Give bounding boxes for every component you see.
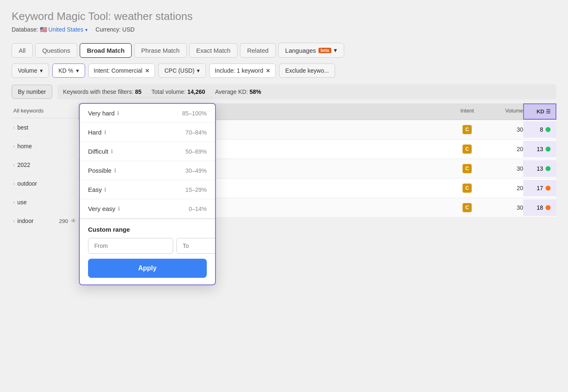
filter-row: Volume ▾ KD % ▾ Intent: Commercial ✕ CPC…	[12, 64, 556, 78]
chevron-down-icon: ▾	[334, 47, 337, 54]
kd-option-difficult[interactable]: Difficult ℹ 50–69%	[80, 142, 215, 161]
list-item[interactable]: › outdoor	[12, 174, 78, 193]
tab-languages[interactable]: Languages beta ▾	[278, 43, 344, 58]
intent-cell: C	[448, 125, 486, 134]
languages-label: Languages	[285, 47, 316, 54]
volume-column-header: Volume	[486, 108, 523, 115]
tab-exact-match[interactable]: Exact Match	[189, 43, 238, 58]
chevron-right-icon: ›	[13, 181, 15, 186]
list-item[interactable]: › indoor 290 👁	[12, 212, 78, 230]
custom-range-title: Custom range	[88, 226, 207, 233]
tab-phrase-match[interactable]: Phrase Match	[134, 43, 187, 58]
exclude-filter[interactable]: Exclude keywo...	[279, 64, 335, 78]
kd-cell: 8	[523, 121, 556, 138]
chevron-down-icon: ▾	[76, 67, 79, 74]
kd-indicator	[546, 147, 551, 152]
kd-indicator	[546, 166, 551, 171]
kd-option-hard[interactable]: Hard ℹ 70–84%	[80, 123, 215, 142]
page-title: Keyword Magic Tool: weather stations	[12, 10, 556, 23]
chevron-right-icon: ›	[13, 200, 15, 205]
remove-intent-filter[interactable]: ✕	[145, 68, 149, 74]
custom-inputs	[88, 238, 207, 254]
by-number-button[interactable]: By number	[12, 85, 52, 99]
info-icon[interactable]: ℹ	[111, 148, 113, 154]
chevron-down-icon: ▾	[40, 67, 43, 74]
info-icon[interactable]: ℹ	[104, 129, 106, 135]
kd-indicator	[546, 205, 551, 210]
intent-cell: C	[448, 184, 486, 193]
kd-filter[interactable]: KD % ▾	[52, 64, 85, 78]
from-input[interactable]	[88, 238, 173, 254]
cpc-filter[interactable]: CPC (USD) ▾	[158, 64, 206, 78]
sort-icon: ☰	[546, 109, 551, 115]
to-input[interactable]	[176, 238, 216, 254]
intent-cell: C	[448, 203, 486, 212]
remove-include-filter[interactable]: ✕	[266, 68, 270, 74]
info-icon[interactable]: ℹ	[104, 186, 106, 193]
volume-cell: 30	[486, 204, 523, 211]
list-item[interactable]: › home	[12, 137, 78, 156]
chevron-right-icon: ›	[13, 125, 15, 130]
chevron-right-icon: ›	[13, 162, 15, 167]
kd-cell: 13	[523, 160, 556, 177]
kd-option-very-easy[interactable]: Very easy ℹ 0–14%	[80, 199, 215, 218]
volume-cell: 20	[486, 185, 523, 191]
volume-cell: 20	[486, 146, 523, 152]
intent-cell: C	[448, 164, 486, 173]
intent-cell: C	[448, 145, 486, 154]
kd-cell: 17	[523, 180, 556, 196]
tab-related[interactable]: Related	[240, 43, 276, 58]
chevron-right-icon: ›	[13, 144, 15, 149]
kd-cell: 18	[523, 199, 556, 216]
database-link[interactable]: United States	[49, 26, 83, 33]
eye-icon[interactable]: 👁	[71, 218, 76, 224]
beta-badge: beta	[318, 48, 331, 53]
intent-column-header: Intent	[448, 108, 486, 115]
kd-option-easy[interactable]: Easy ℹ 15–29%	[80, 180, 215, 199]
kd-indicator	[546, 127, 551, 132]
list-item[interactable]: › use	[12, 193, 78, 212]
volume-cell: 30	[486, 126, 523, 133]
volume-cell: 30	[486, 165, 523, 172]
kd-dropdown: Very hard ℹ 85–100% Hard ℹ 70–84% Diffic…	[79, 103, 216, 285]
list-item[interactable]: › best	[12, 118, 78, 137]
chevron-down-icon: ▾	[197, 67, 200, 74]
info-icon[interactable]: ℹ	[117, 110, 119, 116]
all-keywords-header: All keywords	[12, 103, 78, 118]
tabs-row: All Questions Broad Match Phrase Match E…	[12, 43, 556, 58]
include-filter-tag[interactable]: Include: 1 keyword ✕	[209, 64, 276, 78]
list-item[interactable]: › 2022	[12, 156, 78, 174]
info-icon[interactable]: ℹ	[118, 206, 120, 212]
subtitle: Database: 🇺🇸 United States ▾ Currency: U…	[12, 26, 556, 33]
chevron-right-icon: ›	[13, 218, 15, 223]
tab-questions[interactable]: Questions	[35, 43, 78, 58]
custom-range-section: Custom range Apply	[80, 218, 215, 284]
kd-cell: 13	[523, 141, 556, 157]
kd-indicator	[546, 186, 551, 191]
apply-button[interactable]: Apply	[88, 259, 207, 278]
tab-all[interactable]: All	[12, 43, 33, 58]
volume-filter[interactable]: Volume ▾	[12, 64, 49, 78]
tab-broad-match[interactable]: Broad Match	[80, 43, 132, 58]
kd-column-header[interactable]: KD ☰	[523, 103, 556, 120]
info-icon[interactable]: ℹ	[114, 167, 116, 174]
kd-option-possible[interactable]: Possible ℹ 30–49%	[80, 161, 215, 180]
sidebar-keywords: All keywords › best › home › 2022 › outd…	[12, 103, 78, 230]
kd-option-very-hard[interactable]: Very hard ℹ 85–100%	[80, 104, 215, 123]
intent-filter-tag[interactable]: Intent: Commercial ✕	[88, 64, 155, 78]
stats-row: Keywords with these filters: 85 Total vo…	[57, 84, 556, 99]
